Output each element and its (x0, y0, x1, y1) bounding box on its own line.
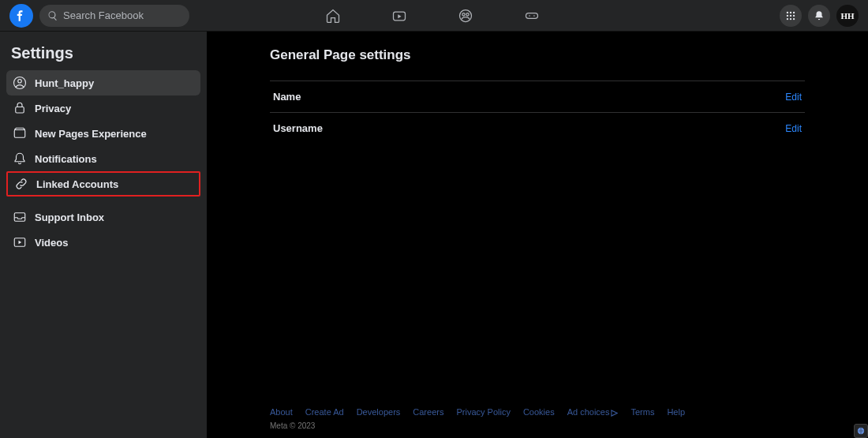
row-label: Name (273, 91, 301, 103)
sidebar-item-label: Support Inbox (35, 212, 104, 223)
sidebar-item-notifications[interactable]: Notifications (6, 146, 200, 171)
sidebar-item-label: New Pages Experience (35, 128, 147, 140)
sidebar-item-profile[interactable]: Hunt_happy (6, 70, 200, 95)
gaming-icon[interactable] (522, 6, 541, 25)
menu-button[interactable] (780, 5, 802, 27)
sidebar-item-label: Videos (35, 237, 68, 249)
bell-icon (814, 10, 825, 21)
search-icon (47, 10, 58, 21)
row-label: Username (273, 122, 323, 134)
pages-icon (13, 126, 27, 140)
inbox-icon (13, 210, 27, 224)
footer-link-cookies[interactable]: Cookies (523, 407, 555, 417)
globe-icon (857, 427, 865, 435)
home-icon[interactable] (324, 6, 342, 25)
svg-point-12 (793, 14, 795, 16)
footer-link-careers[interactable]: Careers (413, 407, 443, 417)
top-bar: Search Facebook HH (0, 0, 868, 32)
sidebar-item-linked-accounts[interactable]: Linked Accounts (6, 171, 200, 197)
page-title: General Page settings (270, 47, 805, 63)
footer-link-developers[interactable]: Developers (357, 407, 401, 417)
facebook-logo[interactable] (9, 4, 33, 28)
body: Settings Hunt_happy Privacy New Pages Ex… (0, 32, 868, 438)
notifications-button[interactable] (808, 5, 830, 27)
svg-rect-19 (14, 130, 25, 138)
footer-link-create-ad[interactable]: Create Ad (305, 407, 344, 417)
edit-link-username[interactable]: Edit (785, 123, 802, 134)
groups-icon[interactable] (456, 6, 475, 25)
svg-point-6 (533, 15, 535, 17)
settings-row-username: Username Edit (270, 112, 805, 144)
sidebar-item-privacy[interactable]: Privacy (6, 95, 200, 121)
search-placeholder: Search Facebook (63, 9, 144, 21)
svg-point-14 (790, 17, 791, 19)
svg-point-5 (529, 15, 530, 17)
footer-link-privacy[interactable]: Privacy Policy (456, 407, 510, 417)
sidebar-title: Settings (6, 41, 200, 70)
grid-icon (785, 10, 796, 21)
footer-links: About Create Ad Developers Careers Priva… (270, 407, 805, 417)
sidebar-item-new-pages[interactable]: New Pages Experience (6, 121, 200, 146)
footer: About Create Ad Developers Careers Priva… (270, 384, 805, 430)
sidebar: Settings Hunt_happy Privacy New Pages Ex… (0, 32, 207, 438)
watch-icon[interactable] (390, 6, 409, 25)
sidebar-item-videos[interactable]: Videos (6, 230, 200, 255)
svg-rect-18 (16, 107, 24, 114)
footer-link-adchoices[interactable]: Ad choices (567, 407, 619, 417)
svg-point-7 (787, 11, 788, 13)
svg-rect-4 (526, 13, 538, 18)
svg-point-8 (790, 11, 791, 13)
footer-link-help[interactable]: Help (667, 407, 685, 417)
svg-point-9 (793, 11, 795, 13)
adchoices-icon (611, 410, 618, 417)
svg-point-11 (790, 14, 791, 16)
video-icon (13, 235, 27, 249)
search-input[interactable]: Search Facebook (39, 5, 189, 27)
avatar-text: HH (840, 11, 854, 21)
footer-link-terms[interactable]: Terms (630, 407, 654, 417)
svg-rect-20 (14, 213, 25, 222)
lock-icon (13, 101, 27, 115)
svg-point-3 (466, 13, 469, 15)
svg-point-1 (460, 9, 472, 21)
nav-center (324, 6, 780, 25)
settings-row-name: Name Edit (270, 80, 805, 112)
bell-icon (13, 152, 27, 166)
nav-right: HH (780, 5, 859, 27)
account-avatar[interactable]: HH (836, 5, 859, 27)
footer-copyright: Meta © 2023 (270, 421, 805, 430)
profile-icon (13, 76, 27, 90)
link-icon (14, 177, 28, 191)
sidebar-item-label: Linked Accounts (36, 178, 118, 190)
sidebar-item-label: Privacy (35, 103, 71, 114)
svg-point-15 (793, 17, 795, 19)
svg-point-2 (462, 13, 465, 15)
footer-link-about[interactable]: About (270, 407, 293, 417)
sidebar-item-label: Hunt_happy (35, 77, 94, 89)
sidebar-item-label: Notifications (35, 153, 97, 165)
svg-point-10 (787, 14, 788, 16)
accessibility-widget[interactable] (854, 424, 868, 438)
edit-link-name[interactable]: Edit (785, 92, 802, 103)
main-content: General Page settings Name Edit Username… (207, 32, 868, 438)
sidebar-item-support-inbox[interactable]: Support Inbox (6, 204, 200, 230)
svg-point-17 (18, 80, 22, 84)
svg-point-13 (787, 17, 788, 19)
